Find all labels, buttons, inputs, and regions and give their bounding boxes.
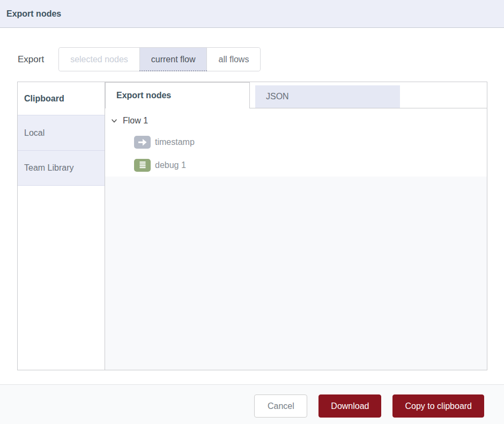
sidebar-item-local[interactable]: Local [18,115,105,150]
tree-row-timestamp[interactable]: timestamp [105,130,487,153]
export-scope-row: Export selected nodes current flow all f… [18,47,261,71]
segmented-control: selected nodes current flow all flows [58,47,261,71]
inject-arrow-icon [134,136,151,149]
node-label: debug 1 [155,160,186,170]
clipboard-sidebar: Clipboard Local Team Library [18,82,105,370]
export-content: Export nodes JSON Flow 1 [105,82,487,370]
dialog-title: Export nodes [0,9,61,19]
clipboard-title: Clipboard [18,82,105,115]
tree-row-flow[interactable]: Flow 1 [105,111,487,130]
sidebar-item-team-library[interactable]: Team Library [18,150,105,186]
tab-bar: Export nodes JSON [105,82,487,108]
chevron-down-icon[interactable] [110,118,118,124]
tree-row-debug[interactable]: debug 1 [105,153,487,177]
node-label: timestamp [155,137,195,147]
tab-export-nodes[interactable]: Export nodes [105,82,250,108]
debug-lines-icon [134,159,151,172]
node-tree: Flow 1 timestamp [105,108,487,370]
library-panel: Clipboard Local Team Library Export node… [17,82,487,370]
cancel-button[interactable]: Cancel [254,394,307,418]
flow-label: Flow 1 [123,116,148,126]
dialog-footer: Cancel Download Copy to clipboard [0,384,504,424]
copy-to-clipboard-button[interactable]: Copy to clipboard [392,394,484,418]
export-label: Export [18,54,44,65]
export-dialog: Export nodes Export selected nodes curre… [0,0,504,424]
option-selected-nodes[interactable]: selected nodes [59,48,139,71]
tree-rows: Flow 1 timestamp [105,108,487,177]
option-all-flows[interactable]: all flows [207,48,260,71]
download-button[interactable]: Download [318,394,381,418]
dialog-header: Export nodes [0,0,504,28]
tab-json[interactable]: JSON [255,85,400,108]
option-current-flow[interactable]: current flow [139,48,207,71]
